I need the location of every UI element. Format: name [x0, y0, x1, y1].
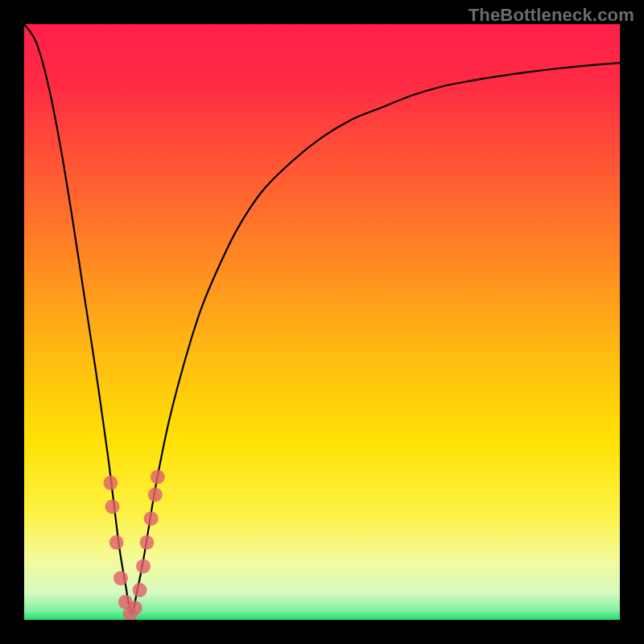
marker-dot: [109, 535, 124, 550]
marker-dot: [139, 535, 154, 550]
chart-svg: [24, 24, 620, 620]
gradient-background: [24, 24, 620, 620]
watermark-text: TheBottleneck.com: [469, 5, 634, 26]
marker-dot: [105, 499, 120, 514]
marker-dot: [144, 511, 159, 526]
plot-area: [24, 24, 620, 620]
marker-dot: [114, 571, 128, 585]
chart-frame: TheBottleneck.com: [0, 0, 644, 644]
marker-dot: [128, 601, 142, 615]
marker-dot: [136, 559, 151, 573]
marker-dot: [151, 469, 165, 484]
marker-dot: [133, 583, 147, 597]
marker-dot: [148, 488, 163, 502]
marker-dot: [103, 476, 118, 490]
